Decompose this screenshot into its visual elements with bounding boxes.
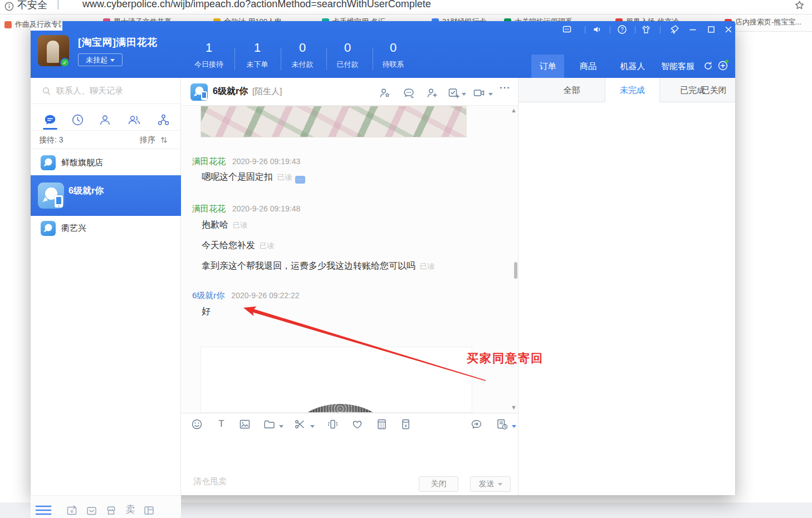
refresh-icon[interactable] bbox=[702, 60, 713, 71]
read-receipt: 已读 bbox=[277, 173, 292, 181]
sound-icon[interactable] bbox=[591, 24, 603, 35]
subtab-unfinished[interactable]: 未完成 bbox=[605, 78, 660, 102]
mobile-online-badge bbox=[55, 195, 63, 208]
menu-icon[interactable] bbox=[35, 504, 52, 516]
divider bbox=[585, 26, 585, 33]
contact-sidebar: 联系人、聊天记录 bbox=[31, 78, 181, 495]
message-area: 满田花花2020-9-26 09:19:43 嗯呢这个是固定扣已读··· 满田花… bbox=[181, 106, 518, 413]
chevron-down-icon[interactable] bbox=[462, 93, 466, 98]
workbench-icon[interactable] bbox=[143, 505, 155, 517]
tab-robot[interactable]: 机器人 bbox=[616, 55, 649, 78]
tab-recent-icon[interactable] bbox=[71, 113, 85, 127]
message-line: 抱歉哈已读 bbox=[202, 219, 247, 231]
emoji-icon[interactable] bbox=[191, 418, 203, 430]
message-line: 嗯呢这个是固定扣已读··· bbox=[202, 171, 305, 184]
quick-phrase[interactable]: 清仓甩卖 bbox=[193, 476, 227, 487]
stat-to-contact[interactable]: 0待联系 bbox=[370, 41, 417, 70]
folder-send-icon[interactable] bbox=[263, 418, 275, 430]
chevron-down-icon bbox=[110, 59, 115, 64]
stat-no-order[interactable]: 1未下单 bbox=[234, 41, 281, 70]
sidebar-tabs-row bbox=[31, 104, 181, 131]
video-call-icon[interactable] bbox=[473, 87, 485, 99]
sidebar-bottom-toolbar: ¥ 卖 bbox=[31, 495, 181, 518]
help-icon[interactable]: ? bbox=[617, 24, 628, 35]
tab-conversations[interactable] bbox=[43, 113, 57, 127]
calculator-icon[interactable] bbox=[376, 418, 388, 430]
chat-history-icon[interactable] bbox=[496, 418, 508, 430]
message-meta: 6级就r你2020-9-26 09:22:22 bbox=[192, 290, 300, 301]
stat-today-reception[interactable]: 1今日接待 bbox=[185, 41, 232, 70]
scrollbar-thumb[interactable] bbox=[514, 262, 517, 279]
shopping-bag-icon[interactable] bbox=[86, 505, 98, 517]
chevron-down-icon[interactable] bbox=[512, 425, 516, 430]
subtab-all[interactable]: 全部 bbox=[551, 78, 593, 102]
tab-contacts-icon[interactable] bbox=[98, 113, 112, 127]
divider bbox=[660, 26, 661, 33]
close-button[interactable] bbox=[723, 24, 734, 35]
screenshot-scissors-icon[interactable] bbox=[294, 418, 306, 430]
sell-icon[interactable]: 卖 bbox=[124, 504, 136, 516]
chevron-down-icon[interactable] bbox=[488, 93, 493, 98]
chevron-down-icon[interactable] bbox=[279, 425, 283, 430]
subtab-closed[interactable]: 已关闭 bbox=[692, 78, 736, 102]
close-chat-button[interactable]: 关闭 bbox=[419, 476, 458, 492]
mesh-object bbox=[290, 404, 390, 413]
stat-unpaid[interactable]: 0未付款 bbox=[279, 41, 326, 70]
tab-products[interactable]: 商品 bbox=[574, 55, 603, 78]
add-plus-icon[interactable] bbox=[717, 60, 728, 71]
stat-paid[interactable]: 0已付款 bbox=[324, 41, 371, 70]
browser-address-bar[interactable]: 不安全 | www.cyberpolice.ch/wijb/impeach.do… bbox=[0, 0, 812, 14]
tab-org-icon[interactable] bbox=[156, 113, 171, 127]
rate-buyer-icon[interactable] bbox=[379, 87, 391, 99]
image-icon[interactable] bbox=[239, 418, 251, 430]
contact-item-selected[interactable]: 6级就r你 bbox=[31, 175, 181, 216]
shop-icon[interactable] bbox=[105, 505, 118, 517]
bookmark-item-left[interactable]: 作曲及行政专区 bbox=[4, 19, 61, 29]
annotation-text: 买家同意寄回 bbox=[467, 351, 544, 366]
search-input[interactable]: 联系人、聊天记录 bbox=[56, 86, 123, 96]
create-task-icon[interactable] bbox=[447, 87, 459, 99]
search-icon bbox=[42, 87, 51, 96]
sort-icon[interactable] bbox=[160, 136, 168, 144]
bookmark-star-icon[interactable] bbox=[794, 0, 805, 11]
quick-reply-icon[interactable] bbox=[471, 418, 482, 430]
shake-window-icon[interactable] bbox=[327, 418, 339, 430]
mobile-online-badge bbox=[201, 91, 207, 100]
text-format-icon[interactable]: T bbox=[216, 418, 227, 430]
scroll-to-top-icon[interactable]: ▲ bbox=[511, 107, 517, 114]
favorite-heart-icon[interactable] bbox=[351, 418, 363, 430]
read-receipt: 已读 bbox=[260, 241, 274, 250]
sender-name: 满田花花 bbox=[192, 204, 226, 213]
tab-groups-icon[interactable] bbox=[127, 113, 141, 127]
invite-person-icon[interactable] bbox=[426, 87, 438, 99]
chevron-down-icon[interactable] bbox=[310, 425, 315, 430]
message-image-mesh[interactable] bbox=[200, 347, 472, 413]
status-dropdown[interactable]: 未挂起 bbox=[78, 53, 123, 66]
message-input[interactable] bbox=[181, 435, 518, 472]
svg-text:¥: ¥ bbox=[70, 509, 74, 514]
tab-orders[interactable]: 订单 bbox=[531, 55, 564, 78]
message-line: 好 bbox=[202, 306, 211, 318]
message-image-fabric[interactable] bbox=[200, 106, 467, 137]
contact-item[interactable]: 鲜馥旗舰店 bbox=[31, 150, 181, 175]
more-icon[interactable]: ··· bbox=[500, 82, 512, 95]
transfer-money-icon[interactable]: ¥ bbox=[66, 505, 79, 517]
peer-avatar bbox=[190, 83, 208, 101]
wangwang-avatar bbox=[38, 182, 64, 209]
sort-label[interactable]: 排序 bbox=[140, 135, 155, 145]
contact-item[interactable]: 衢艺兴 bbox=[31, 216, 181, 241]
skin-shirt-icon[interactable] bbox=[640, 24, 652, 35]
context-history-icon[interactable]: ··· bbox=[295, 176, 305, 184]
transfer-chat-icon[interactable] bbox=[403, 87, 415, 99]
search-row: 联系人、聊天记录 bbox=[31, 78, 181, 104]
multi-chat-icon[interactable] bbox=[561, 24, 573, 35]
red-envelope-icon[interactable]: ¥ bbox=[400, 418, 412, 430]
tab-smart-service[interactable]: 智能客服 bbox=[657, 55, 698, 78]
minimize-button[interactable] bbox=[687, 24, 698, 35]
reception-row: 接待: 3 排序 bbox=[31, 131, 181, 149]
send-button[interactable]: 发送 bbox=[470, 476, 511, 492]
bookmark-item-right[interactable]: 店内搜索页-熊宝宝... bbox=[725, 17, 801, 27]
maximize-button[interactable] bbox=[706, 24, 717, 35]
scroll-to-bottom-icon[interactable]: ▼ bbox=[511, 404, 517, 411]
pin-icon[interactable] bbox=[669, 24, 680, 35]
